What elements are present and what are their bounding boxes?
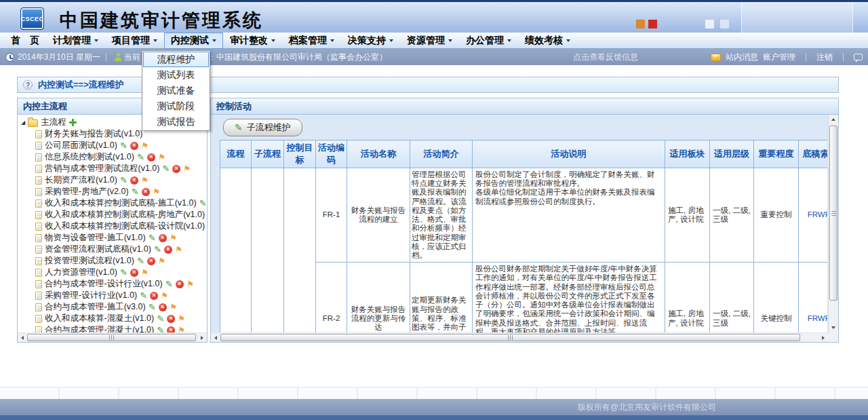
edit-pencil-icon[interactable]: ✎ (132, 187, 139, 196)
tree-item[interactable]: 投资管理测试流程(v1.0) ✎ × ⚑ (18, 255, 207, 267)
scroll-left-arrow[interactable] (211, 333, 220, 342)
menu-item[interactable]: 档案管理 (282, 33, 341, 49)
edit-pencil-icon[interactable]: ✎ (120, 268, 127, 277)
tree-item[interactable]: 物资与设备管理-施工(v1.0) ✎ × ⚑ (18, 232, 207, 244)
delete-icon[interactable]: × (176, 280, 184, 288)
tree-item[interactable]: 合约与成本管理-混凝土(v1.0) ✎ × ⚑ (18, 324, 207, 332)
flag-icon[interactable]: ⚑ (140, 176, 149, 185)
edit-pencil-icon[interactable]: ✎ (149, 303, 156, 311)
scroll-left-arrow[interactable] (18, 333, 27, 342)
delete-icon[interactable]: × (150, 292, 158, 300)
dropdown-menu-item[interactable]: 测试阶段 (143, 98, 209, 114)
flag-icon[interactable]: ⚑ (157, 256, 165, 265)
tree-item[interactable]: 人力资源管理(v1.0) ✎ × ⚑ (18, 267, 207, 278)
scroll-up-arrow[interactable] (829, 115, 838, 124)
flag-icon[interactable]: ⚑ (186, 280, 194, 288)
scroll-down-arrow[interactable] (829, 323, 838, 332)
flag-icon[interactable]: ⚑ (174, 245, 182, 254)
dropdown-menu-item[interactable]: 测试报告 (143, 114, 209, 130)
flag-icon[interactable]: ⚑ (177, 314, 185, 323)
flag-icon[interactable]: ⚑ (183, 164, 191, 173)
right-horizontal-scrollbar[interactable] (211, 332, 828, 342)
edit-pencil-icon[interactable]: ✎ (199, 199, 207, 208)
scroll-right-arrow[interactable] (818, 333, 828, 342)
menu-item[interactable]: 审计整改 (223, 33, 282, 49)
edit-pencil-icon[interactable]: ✎ (165, 280, 173, 288)
user-icon (115, 53, 121, 61)
delete-icon[interactable]: × (130, 142, 138, 150)
cell-draft-index-link[interactable]: FRWP- (799, 263, 828, 332)
flag-icon[interactable]: ⚑ (169, 233, 177, 242)
tree-item[interactable]: 采购管理-房地产(v2.0) ✎ × ⚑ (18, 186, 207, 197)
tree-item[interactable]: 公司层面测试(v1.0) ✎ × ⚑ (18, 140, 207, 151)
add-process-icon[interactable] (69, 119, 77, 126)
flag-icon[interactable]: ⚑ (140, 268, 149, 277)
scroll-right-arrow[interactable] (197, 333, 207, 342)
scrollbar-thumb[interactable] (829, 126, 837, 301)
cell-draft-index-link[interactable]: FRWP- (799, 168, 828, 263)
tree-item[interactable]: 合约与成本管理-施工(v3.0) ✎ × ⚑ (18, 301, 207, 313)
flag-icon[interactable]: ⚑ (157, 153, 165, 161)
dropdown-menu-item[interactable]: 流程维护 (143, 52, 209, 67)
site-messages-link[interactable]: 站内消息 (726, 52, 758, 63)
delete-icon[interactable]: × (130, 269, 138, 277)
scrollbar-thumb[interactable] (27, 334, 196, 341)
left-horizontal-scrollbar[interactable] (18, 332, 207, 342)
logout-link[interactable]: 注销 (816, 52, 833, 63)
delete-icon[interactable]: × (130, 176, 138, 185)
menu-item[interactable]: 计划管理 (46, 33, 105, 49)
feedback-link[interactable]: 点击查看反馈信息 (573, 52, 638, 63)
expand-collapse-icon[interactable]: ◢ (21, 120, 25, 126)
chat-bubble-icon[interactable] (854, 54, 863, 60)
table-row[interactable]: FR101 FR-1 财务关账与报告流程的建立 管理层根据公司特点建立财务关账及… (220, 168, 828, 263)
delete-icon[interactable]: × (147, 257, 155, 265)
help-icon[interactable]: ? (23, 80, 33, 90)
tree-item[interactable]: 采购管理-设计行业(v1.0) ✎ × ⚑ (18, 290, 207, 301)
flag-icon[interactable]: ⚑ (140, 141, 149, 150)
edit-pencil-icon[interactable]: ✎ (162, 164, 170, 173)
menu-item[interactable]: 项目管理 (105, 33, 164, 49)
edit-pencil-icon[interactable]: ✎ (154, 245, 161, 254)
delete-icon[interactable]: × (172, 165, 180, 173)
tree-item[interactable]: 合约与成本管理-设计行业(v1.0) ✎ × ⚑ (18, 278, 207, 290)
subprocess-maintain-button[interactable]: ✎ 子流程维护 (223, 119, 302, 136)
edit-pencil-icon[interactable]: ✎ (120, 176, 127, 185)
menu-item[interactable]: 绩效考核 (518, 33, 577, 49)
tree-item[interactable]: 长期资产流程(v1.0) ✎ × ⚑ (18, 174, 207, 186)
right-vertical-scrollbar[interactable] (828, 115, 838, 332)
edit-pencil-icon[interactable]: ✎ (137, 153, 144, 161)
delete-icon[interactable]: × (142, 188, 150, 196)
menu-item[interactable]: 决策支持 (341, 33, 400, 49)
delete-icon[interactable]: × (159, 303, 167, 311)
edit-pencil-icon[interactable]: ✎ (120, 141, 127, 150)
delete-icon[interactable]: × (167, 326, 175, 333)
edit-pencil-icon[interactable]: ✎ (149, 233, 156, 242)
tree-item[interactable]: 资金管理流程测试底稿(v1.0) ✎ × ⚑ (18, 244, 207, 255)
flag-icon[interactable]: ⚑ (152, 187, 160, 196)
tree-item[interactable]: 信息系统控制测试(v1.0) ✎ × ⚑ (18, 151, 207, 163)
edit-pencil-icon[interactable]: ✎ (137, 256, 144, 265)
flag-icon[interactable]: ⚑ (160, 291, 168, 300)
menu-item[interactable]: 内控测试 (164, 33, 223, 49)
dropdown-menu-item[interactable]: 测试准备 (143, 83, 209, 98)
menu-item[interactable]: 资源管理 (400, 33, 459, 49)
tree-item[interactable]: 收入和成本核算控制测试底稿-房地产(v1.0) ✎ (18, 209, 207, 221)
tree-item[interactable]: 收入和成本核算控制测试底稿-施工(v1.0) ✎ (18, 197, 207, 209)
dropdown-menu-item[interactable]: 测试列表 (143, 67, 209, 83)
account-management-link[interactable]: 账户管理 (763, 52, 795, 63)
edit-pencil-icon[interactable]: ✎ (157, 314, 164, 323)
delete-icon[interactable]: × (167, 315, 175, 323)
delete-icon[interactable]: × (147, 153, 155, 161)
delete-icon[interactable]: × (164, 246, 172, 254)
menu-item[interactable]: 办公管理 (459, 33, 518, 49)
delete-icon[interactable]: × (159, 234, 167, 242)
scrollbar-thumb[interactable] (220, 334, 800, 341)
flag-icon[interactable]: ⚑ (177, 326, 185, 332)
flag-icon[interactable]: ⚑ (169, 303, 177, 311)
tree-item[interactable]: 收入和成本核算控制测试底稿-设计院(v1.0) ✎ (18, 221, 207, 232)
menu-item[interactable]: 首 页 (4, 33, 46, 49)
edit-pencil-icon[interactable]: ✎ (140, 291, 147, 300)
tree-item[interactable]: 收入和成本核算-混凝土(v1.0) ✎ × ⚑ (18, 313, 207, 324)
tree-item[interactable]: 营销与成本管理测试流程(v1.0) ✎ × ⚑ (18, 163, 207, 174)
edit-pencil-icon[interactable]: ✎ (157, 326, 164, 332)
